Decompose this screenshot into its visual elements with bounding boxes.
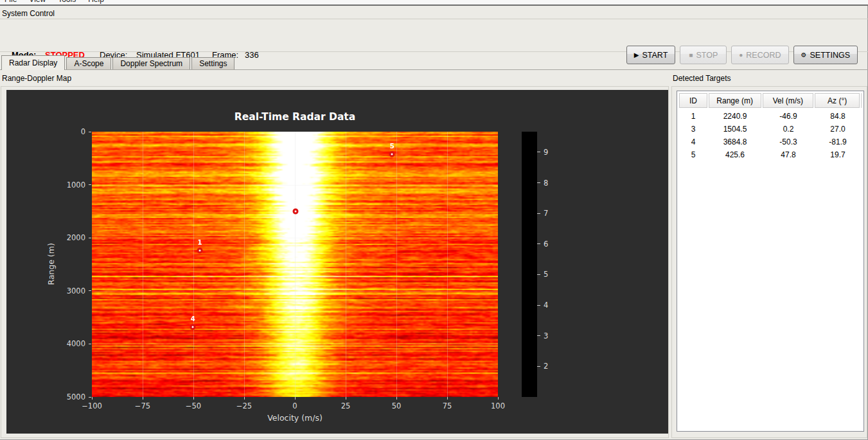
menu-help[interactable]: Help: [88, 0, 104, 4]
colorbar-tick-label: 2: [544, 362, 548, 371]
x-tick-mark: [244, 397, 245, 400]
colorbar-tick-label: 4: [544, 301, 548, 310]
menu-bar: File View Tools Help: [0, 0, 868, 6]
menu-file[interactable]: File: [4, 0, 17, 4]
colorbar-tick-label: 9: [544, 148, 548, 157]
targets-table-body: 1 2240.9 -46.9 84.8 3 1504.5 0.2 27.0 4 …: [679, 110, 862, 161]
system-control-group-label: System Control: [2, 9, 55, 18]
table-row[interactable]: 4 3684.8 -50.3 -81.9: [679, 136, 862, 148]
range-doppler-heatmap[interactable]: [92, 132, 498, 397]
y-tick-mark: [89, 184, 91, 185]
col-header-range[interactable]: Range (m): [709, 93, 761, 108]
system-control-group: Mode: STOPPED Device: Simulated FT601 Fr…: [0, 19, 868, 52]
targets-table-header: ID Range (m) Vel (m/s) Az (°): [679, 93, 862, 108]
x-tick-label: −75: [127, 401, 159, 410]
y-tick-mark: [89, 132, 91, 132]
target-marker-label: 5: [389, 142, 394, 150]
x-tick-mark: [295, 397, 296, 400]
colorbar-tick-label: 6: [544, 240, 548, 249]
colorbar-tick-label: 7: [544, 209, 548, 218]
y-axis-label: Range (m): [46, 243, 56, 285]
y-tick-label: 0: [53, 127, 85, 136]
target-marker[interactable]: [197, 248, 202, 254]
x-tick-mark: [447, 397, 448, 400]
table-row[interactable]: 5 425.6 47.8 19.7: [679, 148, 862, 161]
target-marker[interactable]: [389, 152, 395, 157]
menu-view[interactable]: View: [29, 0, 46, 4]
colorbar-tick-mark: [537, 182, 540, 183]
colorbar-tick-mark: [537, 243, 540, 244]
col-header-filler: [861, 93, 862, 108]
y-tick-label: 1000: [53, 180, 85, 189]
tab-doppler-spectrum[interactable]: Doppler Spectrum: [112, 57, 190, 69]
x-tick-label: 100: [482, 401, 514, 410]
target-marker-label: 3: [293, 199, 297, 207]
radar-figure: Real-Time Radar Data Range (m) Velocity …: [6, 90, 668, 434]
y-tick-mark: [89, 290, 91, 291]
y-tick-mark: [89, 397, 91, 398]
y-tick-mark: [89, 238, 91, 238]
range-doppler-group-label: Range-Doppler Map: [2, 74, 71, 83]
target-marker[interactable]: [292, 209, 298, 215]
x-tick-label: −25: [228, 401, 260, 410]
tab-settings[interactable]: Settings: [191, 57, 235, 69]
x-tick-label: 0: [279, 401, 311, 410]
x-tick-label: −100: [76, 401, 108, 410]
target-marker-label: 4: [190, 315, 195, 322]
target-marker[interactable]: [190, 324, 196, 330]
x-tick-mark: [346, 397, 346, 400]
colorbar-tick-label: 5: [544, 270, 548, 279]
col-header-vel[interactable]: Vel (m/s): [763, 93, 814, 108]
x-tick-label: 25: [330, 401, 362, 410]
x-tick-label: −50: [177, 401, 209, 410]
x-tick-mark: [92, 397, 93, 400]
colorbar-tick-label: 8: [544, 179, 548, 188]
colorbar-tick-label: 3: [544, 331, 548, 340]
colorbar-tick-mark: [537, 213, 540, 214]
colorbar: [522, 132, 537, 397]
targets-table: ID Range (m) Vel (m/s) Az (°) 1 2240.9 -…: [677, 91, 864, 432]
chart-title: Real-Time Radar Data: [92, 111, 498, 123]
x-tick-mark: [143, 397, 143, 400]
col-header-az[interactable]: Az (°): [815, 93, 860, 108]
radar-app-window: File View Tools Help System Control Mode…: [0, 0, 868, 440]
colorbar-tick-mark: [537, 274, 540, 275]
colorbar-tick-mark: [537, 152, 540, 152]
colorbar-tick-mark: [537, 305, 540, 306]
x-tick-mark: [498, 397, 499, 400]
y-tick-label: 2000: [53, 233, 85, 242]
x-tick-label: 75: [431, 401, 463, 410]
detected-targets-group-label: Detected Targets: [673, 74, 731, 83]
x-tick-label: 50: [380, 401, 412, 410]
x-tick-mark: [193, 397, 194, 400]
tab-radar-display[interactable]: Radar Display: [1, 55, 65, 70]
table-row[interactable]: 1 2240.9 -46.9 84.8: [679, 110, 862, 123]
x-tick-mark: [396, 397, 397, 400]
x-axis-label: Velocity (m/s): [92, 413, 498, 423]
colorbar-tick-mark: [537, 366, 540, 367]
tab-bar: Radar Display A-Scope Doppler Spectrum S…: [0, 55, 868, 70]
table-row[interactable]: 3 1504.5 0.2 27.0: [679, 123, 862, 136]
y-tick-mark: [89, 344, 91, 344]
colorbar-tick-mark: [537, 335, 540, 336]
menu-tools[interactable]: Tools: [58, 0, 76, 4]
y-tick-label: 5000: [53, 392, 85, 401]
col-header-id[interactable]: ID: [679, 93, 707, 108]
y-tick-label: 4000: [53, 339, 85, 348]
tab-a-scope[interactable]: A-Scope: [66, 57, 111, 69]
y-tick-label: 3000: [53, 286, 85, 295]
target-marker-label: 1: [197, 238, 202, 246]
